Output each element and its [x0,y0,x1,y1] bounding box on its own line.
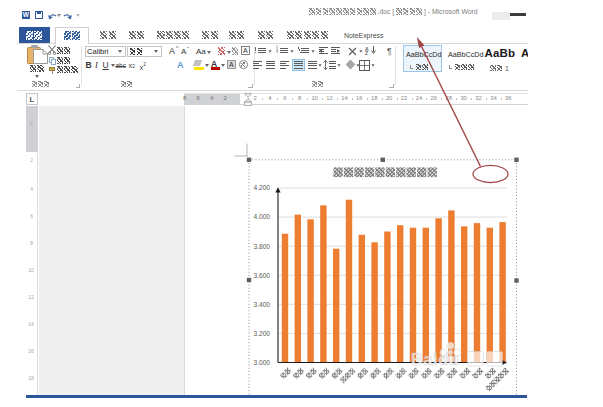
svg-text:3.800: 3.800 [253,243,270,250]
svg-text:3.400: 3.400 [253,301,270,308]
svg-text:3.000: 3.000 [253,359,270,366]
svg-text:3.200: 3.200 [253,330,270,337]
svg-text:4.200: 4.200 [253,184,270,191]
svg-text:3.600: 3.600 [253,272,270,279]
svg-text:4.000: 4.000 [253,213,270,220]
